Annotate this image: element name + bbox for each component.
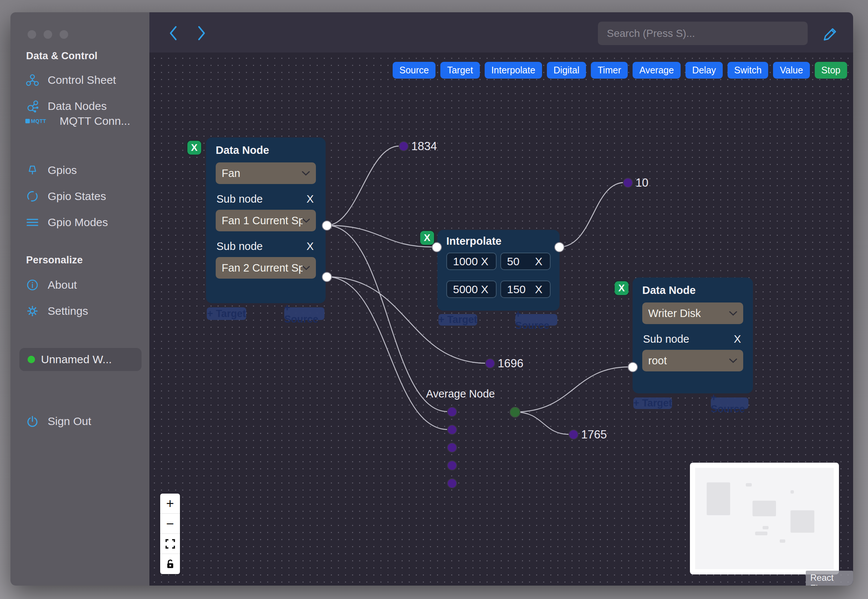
sidebar-item-gpio-states[interactable]: Gpio States xyxy=(26,187,106,205)
data-nodes-icon xyxy=(26,99,39,113)
delete-interpolate-node-button[interactable]: X xyxy=(420,231,434,245)
interpolate-source-handle[interactable] xyxy=(554,242,564,252)
add-average-node-button[interactable]: Average xyxy=(633,62,681,78)
edit-button[interactable] xyxy=(819,24,838,42)
average-target-handle-3[interactable] xyxy=(447,442,457,453)
back-button[interactable] xyxy=(165,25,181,41)
chevron-left-icon xyxy=(168,25,179,41)
sidebar-item-label: Gpio Modes xyxy=(48,216,108,229)
zoom-out-button[interactable]: − xyxy=(160,514,180,534)
node-title: Data Node xyxy=(642,284,743,296)
add-switch-node-button[interactable]: Switch xyxy=(728,62,769,78)
remove-value-button[interactable]: X xyxy=(480,283,490,296)
sidebar-item-workspace[interactable]: Unnamed W... xyxy=(20,348,141,371)
workspace-status-dot xyxy=(27,356,35,363)
value-label: 1696 xyxy=(498,357,524,370)
remove-value-button[interactable]: X xyxy=(480,255,490,268)
edge-fan1-1834[interactable] xyxy=(327,146,399,225)
interpolate-node[interactable]: Interpolate 1000 X 50 X 5000 X xyxy=(437,230,560,311)
fan-device-select[interactable]: Fan xyxy=(216,163,316,184)
sidebar-item-gpio-modes[interactable]: Gpio Modes xyxy=(26,214,108,231)
average-target-handle-1[interactable] xyxy=(447,407,457,417)
sidebar-item-label: Gpios xyxy=(48,164,77,176)
fit-view-button[interactable] xyxy=(160,534,180,554)
interpolate-input-2[interactable]: 50 X xyxy=(500,253,551,270)
writer-device-select[interactable]: Writer Disk xyxy=(642,303,743,324)
remove-sub-node-button[interactable]: X xyxy=(305,193,315,205)
delete-writer-node-button[interactable]: X xyxy=(615,281,629,295)
minimap-node xyxy=(780,539,785,543)
fan-sub2-source-handle[interactable] xyxy=(322,272,332,282)
interpolate-add-source-button[interactable]: + Source xyxy=(515,314,557,325)
sidebar-item-mqtt[interactable]: MQTT MQTT Conn... xyxy=(26,112,130,130)
value-handle-1765[interactable] xyxy=(569,429,579,439)
sidebar-item-control-sheet[interactable]: Control Sheet xyxy=(26,71,116,89)
topbar xyxy=(149,12,853,53)
chevron-down-icon xyxy=(302,266,310,271)
sidebar-item-label: About xyxy=(48,278,77,291)
minimize-window-button[interactable] xyxy=(44,30,52,39)
average-target-handle-4[interactable] xyxy=(447,461,457,471)
interpolate-add-target-button[interactable]: + Target xyxy=(438,314,477,325)
flow-canvas[interactable]: Source Target Interpolate Digital Timer … xyxy=(149,53,853,585)
fan-sub1-select[interactable]: Fan 1 Current Spe xyxy=(216,210,316,231)
forward-button[interactable] xyxy=(193,25,210,41)
writer-add-target-button[interactable]: + Target xyxy=(633,397,672,409)
close-window-button[interactable] xyxy=(27,30,36,39)
sidebar: Data & Control Control Sheet Data Nodes xyxy=(11,12,149,585)
add-delay-node-button[interactable]: Delay xyxy=(686,62,723,78)
value-handle-1834[interactable] xyxy=(399,141,409,151)
interpolate-input-1[interactable]: 1000 X xyxy=(446,253,496,270)
fan-sub1-source-handle[interactable] xyxy=(322,221,332,230)
edge-fan1-interpolate[interactable] xyxy=(327,225,433,247)
sidebar-item-label: Sign Out xyxy=(48,415,91,427)
remove-sub-node-button[interactable]: X xyxy=(305,240,315,253)
add-value-node-button[interactable]: Value xyxy=(773,62,809,78)
minimap-node xyxy=(763,526,769,529)
add-source-node-button[interactable]: Source xyxy=(393,62,435,78)
edge-fan1-average[interactable] xyxy=(327,225,448,412)
sidebar-item-sign-out[interactable]: Sign Out xyxy=(26,412,91,430)
edge-interpolate-10[interactable] xyxy=(559,182,624,247)
value-handle-10[interactable] xyxy=(623,178,633,188)
fan-data-node[interactable]: Data Node Fan Sub node X Fan 1 Current S… xyxy=(206,137,326,303)
writer-data-node[interactable]: Data Node Writer Disk Sub node X root xyxy=(633,277,753,393)
lock-toggle-button[interactable] xyxy=(160,554,180,574)
writer-sub1-select[interactable]: root xyxy=(642,350,743,372)
average-target-handle-5[interactable] xyxy=(447,478,457,488)
minimap[interactable] xyxy=(690,463,839,574)
add-digital-node-button[interactable]: Digital xyxy=(547,62,586,78)
search-input[interactable] xyxy=(598,22,808,45)
sidebar-item-settings[interactable]: Settings xyxy=(26,302,88,320)
edge-average-writer[interactable] xyxy=(515,367,629,412)
interpolate-target-handle[interactable] xyxy=(432,242,442,252)
zoom-in-button[interactable]: + xyxy=(160,494,180,514)
value-handle-1696[interactable] xyxy=(485,358,495,369)
edge-average-1765[interactable] xyxy=(515,412,569,434)
add-interpolate-node-button[interactable]: Interpolate xyxy=(485,62,542,78)
sidebar-item-gpios[interactable]: Gpios xyxy=(26,161,77,179)
fan-add-target-button[interactable]: + Target xyxy=(207,307,246,320)
remove-value-button[interactable]: X xyxy=(534,255,544,268)
sidebar-item-label: Gpio States xyxy=(48,190,106,203)
fan-sub2-select[interactable]: Fan 2 Current Spe xyxy=(216,257,316,278)
minimap-node xyxy=(752,501,776,516)
add-target-node-button[interactable]: Target xyxy=(440,62,480,78)
value-label: 1765 xyxy=(581,428,607,441)
maximize-window-button[interactable] xyxy=(60,30,68,39)
remove-sub-node-button[interactable]: X xyxy=(733,333,742,345)
stop-button[interactable]: Stop xyxy=(815,62,847,78)
lines-icon xyxy=(26,216,39,229)
average-source-handle[interactable] xyxy=(510,407,520,418)
writer-sub1-target-handle[interactable] xyxy=(628,362,638,372)
interpolate-input-4[interactable]: 150 X xyxy=(500,280,551,298)
average-target-handle-2[interactable] xyxy=(447,424,457,435)
interpolate-input-3[interactable]: 5000 X xyxy=(446,280,496,298)
remove-value-button[interactable]: X xyxy=(534,283,544,296)
delete-fan-node-button[interactable]: X xyxy=(187,141,201,155)
react-flow-attribution[interactable]: React Flow xyxy=(806,571,853,585)
add-timer-node-button[interactable]: Timer xyxy=(591,62,628,78)
writer-add-source-button[interactable]: + Source xyxy=(711,397,748,409)
fan-add-source-button[interactable]: + Source xyxy=(284,307,325,320)
sidebar-item-about[interactable]: About xyxy=(26,276,77,294)
